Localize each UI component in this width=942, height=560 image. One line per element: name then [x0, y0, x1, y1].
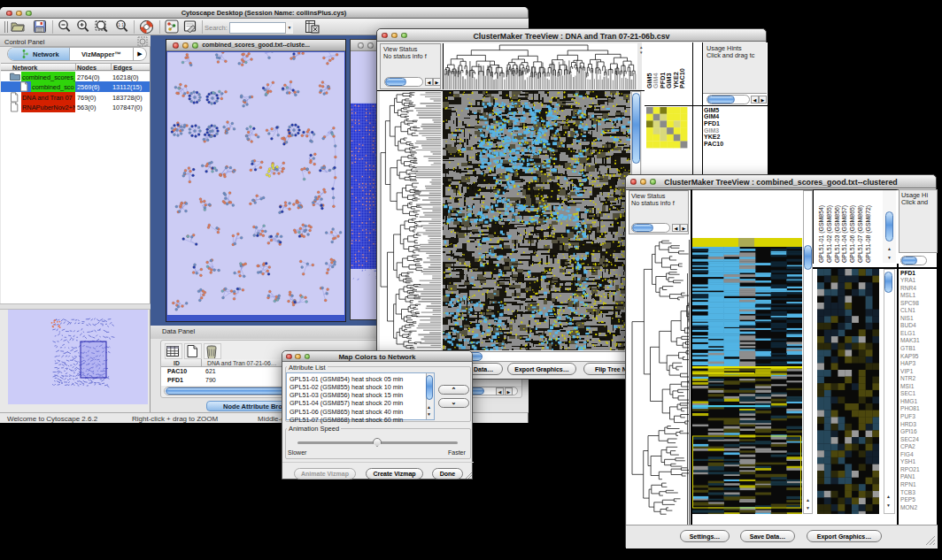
- svg-text:GPL51-01 (GSM854): GPL51-01 (GSM854): [818, 205, 825, 263]
- svg-text:GPL51-03 (GSM856): GPL51-03 (GSM856): [834, 205, 841, 263]
- svg-text:GPL51-08 (GSM872): GPL51-08 (GSM872): [865, 205, 872, 263]
- svg-text:GPL51-06 (GSM865): GPL51-06 (GSM865): [849, 205, 856, 263]
- svg-text:1:1: 1:1: [118, 22, 124, 27]
- svg-text:GPL51-04 (GSM857): GPL51-04 (GSM857): [841, 205, 848, 263]
- svg-text:PAC10: PAC10: [678, 68, 686, 88]
- svg-text:GPL51-07 (GSM868): GPL51-07 (GSM868): [857, 205, 864, 263]
- svg-text:GPL51-02 (GSM855): GPL51-02 (GSM855): [826, 205, 833, 263]
